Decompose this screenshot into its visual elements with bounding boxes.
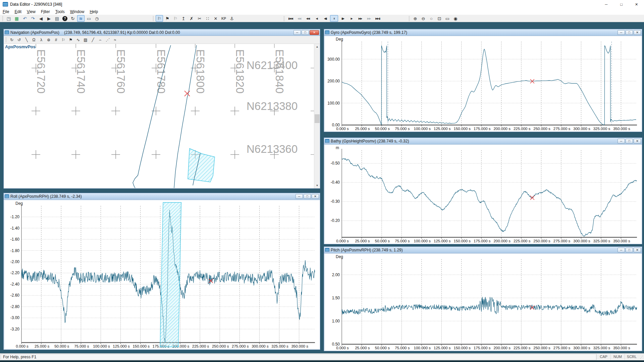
- roll-minimize-button[interactable]: ─: [296, 194, 303, 199]
- pitch-window-titlebar[interactable]: Pitch (ApxPosmvRPH) (238.749 s, 1.29) ─ …: [324, 247, 642, 253]
- roll-close-button[interactable]: ✕: [312, 194, 319, 199]
- kp-button[interactable]: KP: [220, 15, 227, 22]
- map-area[interactable]: ApxPosmvPos E561720E561740E561760E561780…: [4, 44, 320, 188]
- split-line-button[interactable]: ✂: [196, 15, 203, 22]
- menu-edit[interactable]: Edit: [12, 9, 24, 14]
- toolbar-grip[interactable]: [153, 16, 154, 21]
- redo-button[interactable]: ↷: [29, 15, 37, 22]
- rotate-cw-icon[interactable]: ↻: [8, 37, 15, 43]
- navigation-map[interactable]: E561720E561740E561760E561780E561800E5618…: [4, 44, 315, 188]
- despike-button[interactable]: ✗: [188, 15, 195, 22]
- undo-button[interactable]: ↶: [21, 15, 29, 22]
- arc-icon[interactable]: ⌢: [97, 37, 104, 43]
- menu-file[interactable]: File: [0, 9, 12, 14]
- bathy-plot[interactable]: -0.50-0.40-0.30-0.200.000 s25.000 s50.00…: [325, 145, 642, 244]
- open-button[interactable]: ◳: [5, 15, 12, 22]
- time-world-button[interactable]: ◷: [93, 15, 101, 22]
- resize-grip[interactable]: ⋰: [639, 355, 644, 359]
- skip-end-button[interactable]: ▶▶▮: [374, 15, 382, 22]
- close-button[interactable]: ✕: [629, 0, 644, 9]
- scrollbar-thumb[interactable]: [315, 114, 320, 123]
- zoom-in-button[interactable]: ⊕: [412, 15, 419, 22]
- refresh-button[interactable]: ↻: [69, 15, 76, 22]
- grid-snap-icon[interactable]: #: [53, 37, 59, 43]
- help-button[interactable]: ?: [62, 16, 67, 21]
- play-button[interactable]: ▶: [347, 15, 356, 22]
- gyro-window-titlebar[interactable]: Gyro (ApxPosmvGyro) (238.749 s, 199.17) …: [324, 29, 642, 36]
- path-points-icon[interactable]: ⋰: [104, 37, 111, 43]
- toolbar-grip[interactable]: [284, 16, 285, 21]
- flag-reject-button[interactable]: ⚑: [164, 15, 171, 22]
- pause-button[interactable]: ‖: [330, 15, 338, 22]
- ruler-button[interactable]: ▭: [85, 15, 93, 22]
- zoom-window-button[interactable]: ▭: [444, 15, 451, 22]
- menu-view[interactable]: View: [24, 9, 38, 14]
- zoom-out-button[interactable]: ⊖: [420, 15, 427, 22]
- wiggle-icon[interactable]: ≈: [112, 37, 118, 43]
- titlebar[interactable]: Data Editor - J290N013 [346] ─ □ ✕: [0, 0, 644, 9]
- flag-accept-button[interactable]: ⚐: [156, 15, 163, 22]
- gyro-close-button[interactable]: ✕: [634, 30, 641, 35]
- map-vertical-scrollbar[interactable]: ▲ ▼: [314, 44, 320, 188]
- scroll-down-icon[interactable]: ▼: [314, 183, 320, 188]
- flag-hide-icon[interactable]: ⚑: [67, 37, 74, 43]
- frame-forward-button[interactable]: ▮▶: [339, 15, 347, 22]
- interpolate-button[interactable]: ↥: [180, 15, 187, 22]
- pitch-close-button[interactable]: ✕: [634, 248, 641, 252]
- navigation-window-titlebar[interactable]: Navigation (ApxPosmvPos) (238.749, 56179…: [4, 29, 320, 36]
- uturn-icon[interactable]: Ω: [31, 37, 37, 43]
- spline-icon[interactable]: λ: [38, 37, 45, 43]
- scroll-up-icon[interactable]: ▲: [314, 44, 320, 50]
- next-button[interactable]: ▶: [45, 15, 53, 22]
- zoom-box-button[interactable]: ⊡: [436, 15, 443, 22]
- bathy-close-button[interactable]: ✕: [634, 139, 641, 143]
- bathy-maximize-button[interactable]: □: [626, 139, 633, 143]
- scatter-accept-button[interactable]: ∷: [204, 15, 211, 22]
- navigation-maximize-button[interactable]: □: [302, 30, 309, 35]
- roll-maximize-button[interactable]: □: [304, 194, 311, 199]
- print-button[interactable]: ▤: [53, 15, 61, 22]
- skip-start-button[interactable]: ▮◀◀: [286, 15, 294, 22]
- forward-button[interactable]: ▶▶: [356, 15, 364, 22]
- navigation-minimize-button[interactable]: ─: [293, 30, 301, 35]
- prev-button[interactable]: ◀: [37, 15, 45, 22]
- timeseries-view-button[interactable]: ≋: [77, 15, 85, 22]
- pitch-minimize-button[interactable]: ─: [618, 248, 625, 252]
- roll-window-titlebar[interactable]: Roll (ApxPosmvRPH) (238.749 s, -2.34) ─ …: [4, 193, 320, 200]
- toolbar-grip[interactable]: [2, 16, 3, 21]
- zoom-reset-button[interactable]: ○: [428, 15, 435, 22]
- maximize-button[interactable]: □: [614, 0, 629, 9]
- coverage-icon[interactable]: ▨: [82, 37, 89, 43]
- scatter-reject-button[interactable]: ✕: [212, 15, 219, 22]
- navigation-close-button[interactable]: ✕: [310, 30, 319, 35]
- save-button[interactable]: ▦: [13, 15, 20, 22]
- bathy-window-titlebar[interactable]: Bathy (GpsHeightPosmv) (238.749 s, -0.32…: [324, 138, 642, 144]
- gyro-maximize-button[interactable]: □: [626, 30, 633, 35]
- step-back-button[interactable]: ◀: [313, 15, 321, 22]
- bathy-minimize-button[interactable]: ─: [618, 139, 625, 143]
- flag-query-button[interactable]: ⚐: [172, 15, 179, 22]
- pitch-maximize-button[interactable]: □: [626, 248, 633, 252]
- roll-plot[interactable]: -1.20-1.40-1.60-1.80-2.00-2.20-2.40-2.60…: [5, 200, 320, 349]
- toolbar-grip[interactable]: [6, 37, 7, 42]
- draw-line-icon[interactable]: ╲: [23, 37, 30, 43]
- rewind-button[interactable]: ◀◀: [304, 15, 312, 22]
- rotate-ccw-icon[interactable]: ↺: [16, 37, 22, 43]
- pitch-plot[interactable]: 0.501.001.502.000.000 s25.000 s50.000 s7…: [325, 254, 642, 351]
- anchor-button[interactable]: ⚓: [228, 15, 235, 22]
- frame-back-button[interactable]: ◀▮: [321, 15, 329, 22]
- fast-forward-button[interactable]: ▶▶: [365, 15, 373, 22]
- gyro-plot[interactable]: 0.00100.00200.00300.000.000 s25.000 s50.…: [325, 36, 642, 131]
- menu-help[interactable]: Help: [87, 9, 101, 14]
- gyro-minimize-button[interactable]: ─: [618, 30, 625, 35]
- segment-icon[interactable]: ╱: [90, 37, 96, 43]
- toolbar-grip[interactable]: [409, 16, 410, 21]
- zoom-center-button[interactable]: ◉: [452, 15, 459, 22]
- fast-rewind-button[interactable]: ◀◀: [295, 15, 303, 22]
- menu-window[interactable]: Window: [67, 9, 87, 14]
- crp-icon[interactable]: ∿: [75, 37, 82, 43]
- flag-show-icon[interactable]: ⚐: [60, 37, 67, 43]
- menu-filter[interactable]: Filter: [38, 9, 53, 14]
- minimize-button[interactable]: ─: [599, 0, 614, 9]
- menu-tools[interactable]: Tools: [53, 9, 67, 14]
